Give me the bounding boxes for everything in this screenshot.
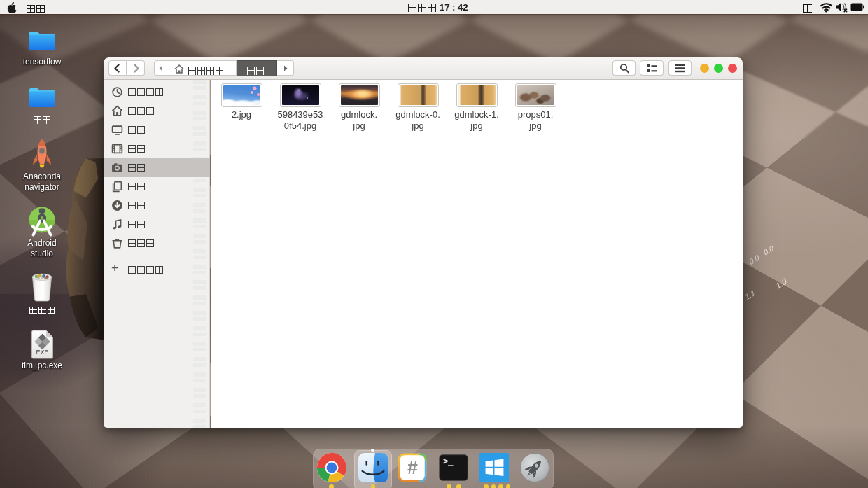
- svg-text:#: #: [407, 457, 418, 478]
- svg-text:>_: >_: [442, 457, 453, 467]
- svg-text:EXE: EXE: [36, 349, 48, 356]
